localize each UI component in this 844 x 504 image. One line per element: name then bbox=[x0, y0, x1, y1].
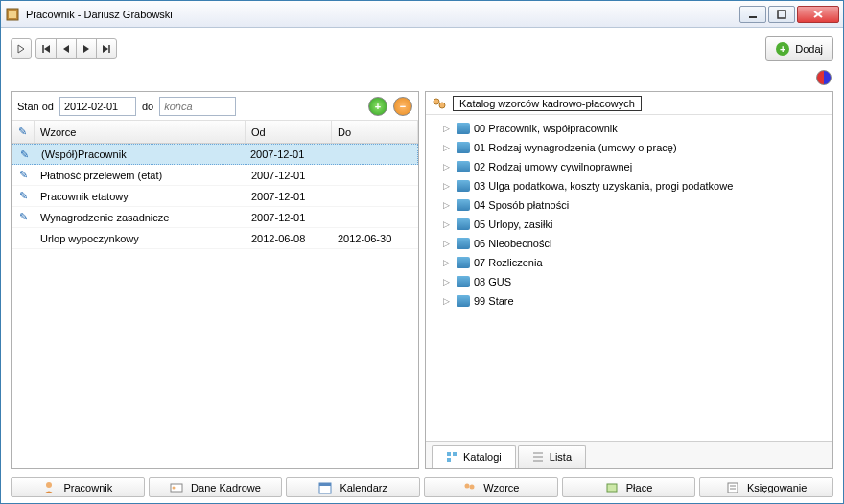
bottom-tabs: Pracownik Dane Kadrowe Kalendarz Wzorce … bbox=[1, 474, 843, 503]
body-area: Stan od do + − ✎ Wzorce Od Do ✎(Współ)Pr… bbox=[1, 91, 843, 474]
chevron-right-icon: ▷ bbox=[443, 277, 453, 286]
nav-detail-button[interactable] bbox=[11, 38, 32, 59]
svg-rect-3 bbox=[778, 11, 785, 18]
tree-item[interactable]: ▷00 Pracownik, współpracownik bbox=[428, 119, 831, 138]
nav-prev-button[interactable] bbox=[56, 38, 77, 59]
row-icon-cell: ✎ bbox=[12, 190, 35, 202]
color-toggle-icon[interactable] bbox=[816, 70, 832, 85]
tab-lista-label: Lista bbox=[550, 451, 572, 463]
col-icon[interactable]: ✎ bbox=[12, 121, 35, 143]
row-name: Płatność przelewem (etat) bbox=[35, 170, 246, 181]
pencil-icon: ✎ bbox=[20, 149, 29, 161]
col-wzorce[interactable]: Wzorce bbox=[35, 121, 246, 143]
tree-item[interactable]: ▷03 Ulga podatkowa, koszty uzyskania, pr… bbox=[428, 176, 831, 195]
pencil-icon: ✎ bbox=[18, 126, 27, 138]
tab-dane-kadrowe[interactable]: Dane Kadrowe bbox=[149, 477, 283, 497]
table-row[interactable]: ✎Wynagrodzenie zasadnicze2007-12-01 bbox=[12, 207, 418, 228]
nav-first-button[interactable] bbox=[35, 38, 57, 59]
svg-point-23 bbox=[173, 486, 176, 489]
chevron-right-icon: ▷ bbox=[443, 239, 453, 248]
add-button[interactable]: + Dodaj bbox=[765, 36, 833, 61]
toolbar: + Dodaj bbox=[1, 28, 843, 70]
tab-pracownik[interactable]: Pracownik bbox=[11, 477, 145, 497]
date-to-input[interactable] bbox=[159, 97, 236, 116]
table-row[interactable]: ✎Pracownik etatowy2007-12-01 bbox=[12, 186, 418, 207]
tree-item[interactable]: ▷05 Urlopy, zasiłki bbox=[428, 215, 831, 234]
date-from-input[interactable] bbox=[59, 97, 136, 116]
table-body: ✎(Współ)Pracownik2007-12-01✎Płatność prz… bbox=[12, 144, 418, 468]
svg-rect-25 bbox=[319, 483, 331, 486]
nav-last-button[interactable] bbox=[96, 38, 117, 59]
tree-item[interactable]: ▷07 Rozliczenia bbox=[428, 253, 831, 272]
tree-root-label[interactable]: Katalog wzorców kadrowo-płacowych bbox=[453, 96, 642, 111]
tree-item[interactable]: ▷99 Stare bbox=[428, 291, 831, 310]
chevron-right-icon: ▷ bbox=[443, 181, 453, 191]
svg-point-13 bbox=[434, 99, 439, 104]
row-name: (Współ)Pracownik bbox=[35, 149, 245, 160]
tree-item-label: 03 Ulga podatkowa, koszty uzyskania, pro… bbox=[474, 180, 733, 192]
chevron-right-icon: ▷ bbox=[443, 143, 453, 152]
add-button-label: Dodaj bbox=[795, 43, 823, 55]
tab-katalogi-label: Katalogi bbox=[463, 451, 502, 463]
svg-rect-28 bbox=[607, 484, 617, 492]
tab-wzorce[interactable]: Wzorce bbox=[424, 477, 558, 497]
row-od: 2007-12-01 bbox=[246, 191, 332, 202]
book-icon bbox=[457, 257, 470, 268]
svg-marker-8 bbox=[44, 45, 50, 53]
money-icon bbox=[605, 481, 619, 494]
svg-rect-1 bbox=[9, 11, 16, 18]
pencil-icon: ✎ bbox=[19, 211, 28, 223]
table-row[interactable]: ✎Płatność przelewem (etat)2007-12-01 bbox=[12, 165, 418, 186]
nav-group bbox=[35, 38, 117, 59]
tab-kalendarz[interactable]: Kalendarz bbox=[286, 477, 420, 497]
row-name: Urlop wypoczynkowy bbox=[35, 233, 246, 244]
chevron-right-icon: ▷ bbox=[443, 124, 453, 133]
col-do[interactable]: Do bbox=[332, 121, 418, 143]
tree-item[interactable]: ▷06 Nieobecności bbox=[428, 234, 831, 253]
chevron-right-icon: ▷ bbox=[443, 200, 453, 210]
col-od[interactable]: Od bbox=[246, 121, 332, 143]
window-buttons bbox=[739, 6, 839, 23]
tab-lista[interactable]: Lista bbox=[518, 445, 586, 468]
tree-item[interactable]: ▷08 GUS bbox=[428, 272, 831, 291]
close-button[interactable] bbox=[797, 6, 839, 23]
tree-tab-icon bbox=[446, 451, 457, 463]
table-row[interactable]: ✎(Współ)Pracownik2007-12-01 bbox=[12, 144, 418, 165]
tab-ksiegowanie[interactable]: Księgowanie bbox=[699, 477, 833, 497]
plus-icon: + bbox=[776, 42, 789, 56]
tree-item[interactable]: ▷04 Sposób płatności bbox=[428, 195, 831, 215]
book-icon bbox=[457, 123, 470, 134]
chevron-right-icon: ▷ bbox=[443, 258, 453, 267]
svg-point-21 bbox=[46, 482, 52, 488]
pencil-icon: ✎ bbox=[19, 169, 28, 181]
left-panel: Stan od do + − ✎ Wzorce Od Do ✎(Współ)Pr… bbox=[11, 91, 419, 469]
tab-katalogi[interactable]: Katalogi bbox=[432, 445, 516, 468]
nav-next-button[interactable] bbox=[76, 38, 97, 59]
app-icon bbox=[5, 7, 20, 22]
minimize-button[interactable] bbox=[739, 6, 766, 23]
row-od: 2007-12-01 bbox=[245, 149, 331, 160]
tree-item[interactable]: ▷02 Rodzaj umowy cywilnoprawnej bbox=[428, 157, 831, 176]
book-icon bbox=[457, 142, 470, 153]
person-icon bbox=[42, 481, 56, 494]
row-od: 2007-12-01 bbox=[246, 170, 332, 181]
tab-place[interactable]: Płace bbox=[562, 477, 696, 497]
filter-add-button[interactable]: + bbox=[368, 97, 387, 116]
tree-item-label: 08 GUS bbox=[474, 276, 511, 287]
calendar-icon bbox=[318, 481, 332, 494]
right-tabs: Katalogi Lista bbox=[426, 441, 832, 468]
book-icon bbox=[457, 238, 470, 249]
tree-item-label: 06 Nieobecności bbox=[474, 238, 551, 249]
row-name: Wynagrodzenie zasadnicze bbox=[35, 212, 246, 223]
svg-rect-29 bbox=[728, 483, 738, 493]
svg-marker-10 bbox=[83, 45, 89, 53]
tree-item[interactable]: ▷01 Rodzaj wynagrodzenia (umowy o pracę) bbox=[428, 138, 831, 157]
tree-body: ▷00 Pracownik, współpracownik▷01 Rodzaj … bbox=[426, 115, 832, 441]
book-icon bbox=[457, 199, 470, 211]
svg-marker-6 bbox=[18, 45, 24, 53]
maximize-button[interactable] bbox=[768, 6, 795, 23]
table-header: ✎ Wzorce Od Do bbox=[12, 121, 418, 144]
book-icon bbox=[457, 161, 470, 172]
filter-remove-button[interactable]: − bbox=[393, 97, 412, 116]
table-row[interactable]: Urlop wypoczynkowy2012-06-082012-06-30 bbox=[12, 228, 418, 249]
